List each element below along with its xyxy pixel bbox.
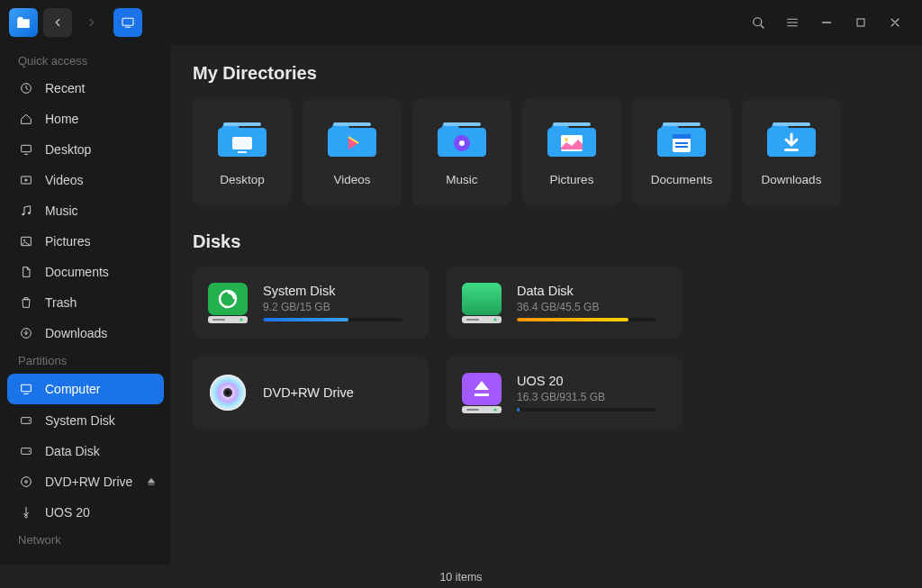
disk-usage: 36.4 GB/45.5 GB: [517, 301, 670, 313]
videos-icon: [18, 172, 34, 188]
desktop-icon: [18, 141, 34, 158]
dir-label: Documents: [651, 173, 712, 186]
menu-icon[interactable]: [783, 14, 801, 32]
sidebar-item-pictures[interactable]: Pictures: [0, 226, 171, 257]
dir-music[interactable]: Music: [412, 98, 511, 206]
sidebar-item-trash[interactable]: Trash: [0, 287, 171, 318]
disk-uos20[interactable]: UOS 20 16.3 GB/931.5 GB: [447, 357, 682, 429]
svg-rect-21: [333, 122, 371, 126]
folder-desktop-icon: [218, 119, 267, 158]
svg-rect-25: [553, 122, 591, 126]
dir-label: Pictures: [550, 173, 594, 186]
dir-label: Downloads: [762, 173, 822, 186]
sidebar-item-uos20[interactable]: UOS 20: [0, 497, 171, 528]
svg-point-6: [22, 213, 24, 216]
nav-forward-button[interactable]: [77, 8, 106, 37]
app-icon: [9, 8, 38, 37]
main-content: My Directories Desktop Videos: [171, 45, 922, 565]
sidebar-item-label: Pictures: [45, 234, 91, 249]
disk-name: System Disk: [263, 284, 416, 298]
sidebar-item-downloads[interactable]: Downloads: [0, 318, 171, 348]
disk-dvdrw[interactable]: DVD+RW Drive: [193, 357, 429, 429]
usb-icon: [18, 504, 34, 520]
svg-rect-19: [232, 137, 252, 149]
sidebar-item-label: DVD+RW Drive: [45, 475, 132, 489]
disk-progress-bar: [263, 318, 402, 321]
disk-icon: [18, 443, 34, 459]
disk-drive-icon: [459, 280, 504, 325]
sidebar-item-desktop[interactable]: Desktop: [0, 134, 171, 165]
documents-icon: [18, 264, 34, 280]
nav-back-button[interactable]: [43, 8, 72, 37]
dir-pictures[interactable]: Pictures: [522, 98, 621, 206]
pictures-icon: [18, 233, 34, 249]
sidebar-item-system-disk[interactable]: System Disk: [0, 405, 171, 436]
sidebar-item-label: UOS 20: [45, 505, 90, 520]
sidebar-item-computer[interactable]: Computer: [7, 374, 164, 404]
home-icon: [18, 111, 34, 127]
folder-pictures-icon: [547, 119, 596, 158]
sidebar-item-data-disk[interactable]: Data Disk: [0, 436, 171, 466]
svg-rect-18: [223, 122, 261, 126]
svg-rect-22: [443, 122, 481, 126]
disk-drive-icon: [205, 280, 250, 325]
search-icon[interactable]: [749, 14, 767, 32]
disk-progress-bar: [517, 408, 656, 412]
network-label: Network: [0, 528, 171, 552]
disk-usage: 16.3 GB/931.5 GB: [517, 391, 670, 403]
sidebar-item-label: Videos: [45, 173, 84, 187]
dir-videos[interactable]: Videos: [303, 98, 402, 206]
partitions-label: Partitions: [0, 348, 171, 373]
sidebar-item-recent[interactable]: Recent: [0, 73, 171, 104]
folder-downloads-icon: [767, 119, 816, 158]
svg-rect-38: [212, 319, 225, 321]
dir-label: Desktop: [220, 173, 265, 186]
svg-rect-41: [462, 283, 502, 315]
svg-rect-0: [122, 18, 133, 25]
minimize-button[interactable]: [818, 14, 836, 32]
disks-grid: System Disk 9.2 GB/15 GB Data Disk 36.4 …: [193, 267, 697, 429]
close-button[interactable]: [886, 14, 904, 32]
maximize-button[interactable]: [852, 14, 870, 32]
svg-rect-2: [857, 19, 864, 26]
sidebar-item-label: Music: [45, 204, 78, 218]
sidebar: Quick access Recent Home Desktop Videos …: [0, 45, 171, 565]
disk-system-disk[interactable]: System Disk 9.2 GB/15 GB: [193, 267, 429, 339]
dir-documents[interactable]: Documents: [632, 98, 731, 206]
dir-downloads[interactable]: Downloads: [742, 98, 841, 206]
svg-point-24: [459, 140, 465, 146]
statusbar: 10 items: [0, 565, 922, 588]
cd-icon: [18, 474, 34, 490]
sidebar-item-videos[interactable]: Videos: [0, 165, 171, 195]
disk-name: UOS 20: [517, 374, 670, 388]
eject-icon[interactable]: [146, 476, 157, 487]
svg-point-1: [754, 18, 762, 26]
tab-computer-button[interactable]: [113, 8, 142, 37]
svg-rect-11: [22, 384, 32, 391]
svg-rect-4: [22, 145, 32, 151]
dir-desktop[interactable]: Desktop: [193, 98, 292, 206]
sidebar-item-label: Trash: [45, 295, 77, 310]
svg-point-16: [22, 477, 32, 487]
folder-music-icon: [438, 119, 486, 158]
sidebar-item-label: Recent: [45, 81, 85, 95]
sidebar-item-label: Computer: [45, 382, 100, 396]
svg-point-13: [29, 420, 30, 421]
svg-point-27: [565, 138, 568, 141]
dir-label: Music: [446, 173, 477, 186]
sidebar-item-label: Home: [45, 112, 78, 126]
trash-icon: [18, 294, 34, 311]
sidebar-item-home[interactable]: Home: [0, 104, 171, 134]
folder-documents-icon: [657, 119, 706, 158]
svg-point-17: [25, 481, 28, 484]
svg-rect-31: [675, 142, 688, 144]
dir-label: Videos: [333, 173, 370, 186]
removable-drive-icon: [459, 370, 504, 415]
sidebar-item-music[interactable]: Music: [0, 195, 171, 226]
disk-data-disk[interactable]: Data Disk 36.4 GB/45.5 GB: [447, 267, 682, 339]
disk-progress-bar: [517, 318, 656, 321]
sidebar-item-dvdrw[interactable]: DVD+RW Drive: [0, 466, 171, 497]
sidebar-item-documents[interactable]: Documents: [0, 257, 171, 287]
svg-rect-30: [673, 134, 691, 139]
svg-point-7: [28, 212, 31, 214]
